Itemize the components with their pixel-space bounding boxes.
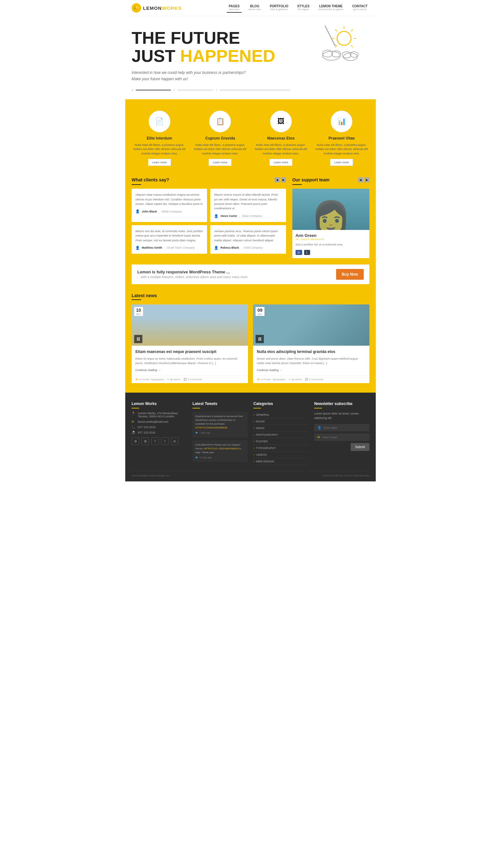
footer-bottom-right: Lemon WordPress Theme | QuanticaLabs — [322, 474, 370, 477]
feature-2-learn-more[interactable]: Learn more — [209, 159, 232, 166]
nav-lemon-theme[interactable]: LEMON THEME screenshots & options — [317, 3, 345, 13]
hero-slider: 1 2 3 — [131, 88, 290, 92]
footer-social-rss[interactable]: ♻ — [141, 437, 149, 445]
footer-social-settings[interactable]: ⚙ — [131, 437, 139, 445]
feature-3-learn-more[interactable]: Learn more — [269, 159, 292, 166]
nav-pages-sub: start here — [228, 8, 239, 11]
footer-address: Lemon Works, 17a Ravensbury Terrace, SW2… — [138, 412, 187, 418]
news-card-2-text: Donec sed purus diam, vitae rhoncus nibh… — [257, 357, 366, 365]
logo[interactable]: 🍋 LEMONWORKS — [131, 3, 182, 13]
support-linkedin[interactable]: in — [296, 250, 302, 255]
tweet-1-link[interactable]: HTTP.IT.CO/D0UK5DR8K08 — [195, 426, 227, 429]
nav-portfolio-label: PORTFOLIO — [270, 4, 288, 8]
footer-phone2: 877 123 0224 — [138, 431, 156, 434]
news-tag-2-folder: 📁 In Poster, Typography — [257, 378, 285, 381]
news-card-1-read-more[interactable]: Continue reading → — [135, 368, 244, 372]
newsletter-email-wrap: ✉ — [314, 433, 370, 441]
footer-social-twitter[interactable]: t — [161, 437, 169, 445]
footer-social-facebook[interactable]: f — [151, 437, 159, 445]
address-icon: 📍 — [131, 412, 135, 415]
footer-phone2-item: 📠 877 123 0224 — [131, 431, 187, 434]
testimonial-2-author: 👤 Steve Carter, Silver Company — [214, 214, 282, 218]
nav-styles[interactable]: STYLES the styles — [295, 3, 311, 13]
footer-phone1-item: 📞 877 123 0223 — [131, 426, 187, 429]
news-tag-2-author: ✏ By admin — [289, 378, 302, 381]
news-title: Latest news — [131, 293, 370, 298]
news-tag-1-comments: 💬 5 Comments — [184, 378, 202, 381]
feature-3: 🖼 Maecenas Etos Nulla vitae elit libero,… — [253, 111, 309, 166]
testimonial-card-3: Mauris non dui ante, id commodo estes. D… — [131, 225, 207, 254]
feature-1: 📄 Elite Interdum Nulla vitae elit libero… — [131, 111, 188, 166]
testimonial-3-text: Mauris non dui ante, id commodo estes. D… — [135, 229, 203, 243]
footer-col-1: Lemon Works 📍 Lemon Works, 17a Ravensbur… — [131, 401, 187, 465]
news-card-2-read-more[interactable]: Continue reading → — [257, 368, 366, 372]
newsletter-form: 👤 ✉ Submit — [314, 424, 370, 451]
news-card-2-img: 09 MAY 🖼 — [253, 304, 370, 346]
slider-number-2: 2 — [173, 88, 175, 92]
nav-styles-label: STYLES — [297, 4, 309, 8]
cat-general[interactable]: ›GENERAL — [253, 412, 309, 418]
svg-point-14 — [342, 52, 351, 58]
newsletter-submit-button[interactable]: Submit — [351, 443, 370, 451]
svg-line-4 — [351, 30, 353, 31]
nav-contact-sub: get in touch — [352, 8, 367, 11]
feature-4-title: Praesent Vitae — [314, 136, 370, 140]
nav-blog-label: BLOG — [248, 4, 261, 8]
cat-typography[interactable]: ›TYPOGRAPHY — [253, 445, 309, 452]
footer-phone1: 877 123 0223 — [138, 426, 156, 429]
footer-col-1-title: Lemon Works — [131, 401, 187, 406]
support-team-section: Our support team ◀ ▶ 👩 Ann Green Jr. Sal… — [292, 177, 370, 258]
slider-number-3: 3 — [216, 88, 217, 92]
footer-social-linkedin[interactable]: in — [171, 437, 179, 445]
cat-news[interactable]: ›NEWS — [253, 425, 309, 432]
news-type-1-icon: 🖼 — [134, 335, 142, 343]
hero-subtitle: Interested in how we could help with you… — [131, 70, 277, 82]
feature-1-learn-more[interactable]: Learn more — [148, 159, 171, 166]
newsletter-email-input[interactable] — [322, 436, 366, 439]
footer-bottom-left: www.heritagechristiancollege.com — [131, 474, 170, 477]
cat-videos[interactable]: ›VIDEOS — [253, 452, 309, 458]
news-date-1: 10 MAY — [134, 307, 143, 316]
tweet-2-link[interactable]: HTTP.IT.CO /JGGVNDVNNG5 — [204, 447, 238, 450]
testimonial-4-author: 👤 Rebeca Black, Gold Company — [214, 246, 282, 250]
testimonial-card-4: Aenean pulvinar arcu. Vivamus porta rutr… — [210, 225, 286, 254]
features-row: 📄 Elite Interdum Nulla vitae elit libero… — [131, 111, 370, 166]
newsletter-firstname-input[interactable] — [324, 426, 366, 429]
nav-contact[interactable]: CONTACT get in touch — [350, 3, 370, 13]
feature-4: 📊 Praesent Vitae Nulla vitae elit libero… — [314, 111, 370, 166]
footer-address-item: 📍 Lemon Works, 17a Ravensbury Terrace, S… — [131, 412, 187, 418]
cat-poster[interactable]: ›POSTER — [253, 438, 309, 445]
nav-lemon-sub: screenshots & options — [318, 8, 343, 11]
nav-pages[interactable]: PAGES start here — [227, 3, 241, 13]
cat-webdesign[interactable]: ›WEB DESIGN — [253, 458, 309, 465]
email-icon: ✉ — [131, 420, 135, 424]
hero-section: THE FUTURE JUST HAPPENED Interested in h… — [125, 16, 376, 99]
news-card-2: 09 MAY 🖼 Nulla etos adiscipling terminal… — [253, 304, 370, 383]
news-grid: 10 MAY 🖼 Etiam maecenas est neque praese… — [131, 304, 370, 383]
header: 🍋 LEMONWORKS PAGES start here BLOG what'… — [125, 0, 376, 16]
news-date-2-num: 09 — [257, 308, 263, 313]
logo-icon: 🍋 — [131, 3, 141, 13]
support-next[interactable]: ▶ — [364, 177, 370, 182]
nav-lemon-label: LEMON THEME — [318, 4, 343, 8]
feature-4-learn-more[interactable]: Learn more — [330, 159, 353, 166]
footer-col-2-title: Latest Tweets — [192, 401, 248, 406]
author-3-name: Matthieu Smith — [142, 246, 162, 249]
support-prev[interactable]: ◀ — [358, 177, 363, 182]
cat-music[interactable]: ›MUSIC — [253, 418, 309, 425]
testimonials-next[interactable]: ▶ — [281, 177, 286, 182]
cat-photography[interactable]: ›PHOTOGRAPHY — [253, 432, 309, 438]
testimonials-section: What clients say? ◀ ▶ Aliquam vitae mass… — [131, 177, 286, 258]
feature-2-icon: 📋 — [209, 111, 231, 132]
author-1-company: White Company — [162, 210, 182, 213]
news-tag-2-comments: 💬 0 Comments — [305, 378, 323, 381]
author-2-name: Steve Carter — [220, 214, 237, 217]
support-tumblr[interactable]: t. — [304, 250, 310, 255]
nav-blog[interactable]: BLOG what's new — [247, 3, 263, 13]
testimonials-prev[interactable]: ◀ — [275, 177, 280, 182]
buy-now-button[interactable]: Buy Now — [336, 269, 364, 280]
nav-portfolio[interactable]: PORTFOLIO folio & galleries — [268, 3, 290, 13]
news-card-1-title: Etiam maecenas est neque praesent suscip… — [135, 350, 244, 355]
feature-2-title: Cuprum Gravida — [192, 136, 248, 140]
feature-4-desc: Nulla vitae elit libero, a pharetra augu… — [314, 143, 370, 156]
